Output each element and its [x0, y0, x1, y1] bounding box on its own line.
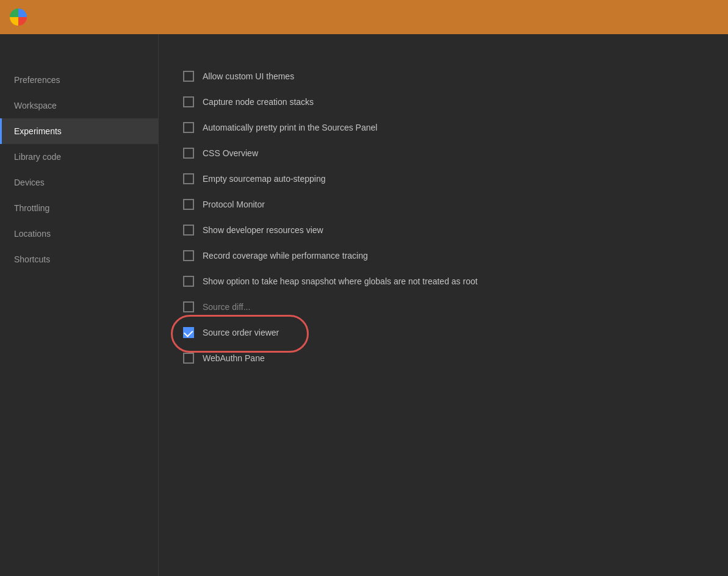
checkbox-css-overview[interactable] [183, 148, 194, 159]
sidebar: PreferencesWorkspaceExperimentsLibrary c… [0, 34, 159, 576]
sidebar-item-experiments[interactable]: Experiments [0, 118, 158, 144]
experiment-label-heap-snapshot: Show option to take heap snapshot where … [203, 276, 478, 286]
experiment-item-source-diff: Source diff... [183, 300, 704, 314]
checkbox-custom-ui-themes[interactable] [183, 71, 194, 82]
experiment-label-protocol-monitor: Protocol Monitor [203, 200, 265, 209]
checkbox-protocol-monitor[interactable] [183, 199, 194, 210]
experiment-label-developer-resources: Show developer resources view [203, 225, 323, 235]
experiment-item-css-overview: CSS Overview [183, 146, 704, 160]
content-area: Allow custom UI themesCapture node creat… [159, 34, 728, 576]
experiment-item-node-creation-stacks: Capture node creation stacks [183, 95, 704, 109]
sidebar-item-devices[interactable]: Devices [0, 170, 158, 195]
experiment-item-pretty-print: Automatically pretty print in the Source… [183, 121, 704, 134]
sidebar-item-shortcuts[interactable]: Shortcuts [0, 247, 158, 272]
checkbox-developer-resources[interactable] [183, 225, 194, 236]
experiment-label-node-creation-stacks: Capture node creation stacks [203, 97, 314, 107]
titlebar [0, 0, 728, 34]
experiment-label-css-overview: CSS Overview [203, 148, 258, 158]
experiment-item-record-coverage: Record coverage while performance tracin… [183, 249, 704, 262]
experiment-label-source-order-viewer: Source order viewer [203, 328, 279, 337]
experiment-item-source-order-viewer: Source order viewer [183, 326, 704, 339]
main-container: PreferencesWorkspaceExperimentsLibrary c… [0, 34, 728, 576]
checkbox-record-coverage[interactable] [183, 250, 194, 261]
sidebar-item-throttling[interactable]: Throttling [0, 195, 158, 221]
experiment-label-record-coverage: Record coverage while performance tracin… [203, 251, 368, 261]
checkbox-node-creation-stacks[interactable] [183, 96, 194, 107]
sidebar-item-locations[interactable]: Locations [0, 221, 158, 247]
experiment-label-pretty-print: Automatically pretty print in the Source… [203, 123, 377, 132]
experiment-item-custom-ui-themes: Allow custom UI themes [183, 70, 704, 83]
checkbox-webauthn-pane[interactable] [183, 353, 194, 364]
experiment-label-source-diff: Source diff... [203, 302, 250, 312]
checkbox-pretty-print[interactable] [183, 122, 194, 133]
sidebar-item-library-code[interactable]: Library code [0, 144, 158, 170]
experiment-item-empty-sourcemap: Empty sourcemap auto-stepping [183, 172, 704, 185]
checkbox-source-diff[interactable] [183, 301, 194, 312]
sidebar-item-workspace[interactable]: Workspace [0, 93, 158, 118]
checkbox-empty-sourcemap[interactable] [183, 173, 194, 184]
experiment-item-protocol-monitor: Protocol Monitor [183, 198, 704, 211]
experiment-label-empty-sourcemap: Empty sourcemap auto-stepping [203, 174, 326, 184]
experiment-item-developer-resources: Show developer resources view [183, 223, 704, 237]
experiment-item-heap-snapshot: Show option to take heap snapshot where … [183, 275, 704, 288]
checkbox-source-order-viewer[interactable] [183, 327, 194, 338]
experiment-label-custom-ui-themes: Allow custom UI themes [203, 71, 294, 81]
sidebar-item-preferences[interactable]: Preferences [0, 67, 158, 93]
devtools-icon [10, 9, 27, 26]
experiment-item-webauthn-pane: WebAuthn Pane [183, 351, 704, 365]
experiment-label-webauthn-pane: WebAuthn Pane [203, 353, 265, 363]
sidebar-heading [0, 46, 158, 67]
checkbox-heap-snapshot[interactable] [183, 276, 194, 287]
